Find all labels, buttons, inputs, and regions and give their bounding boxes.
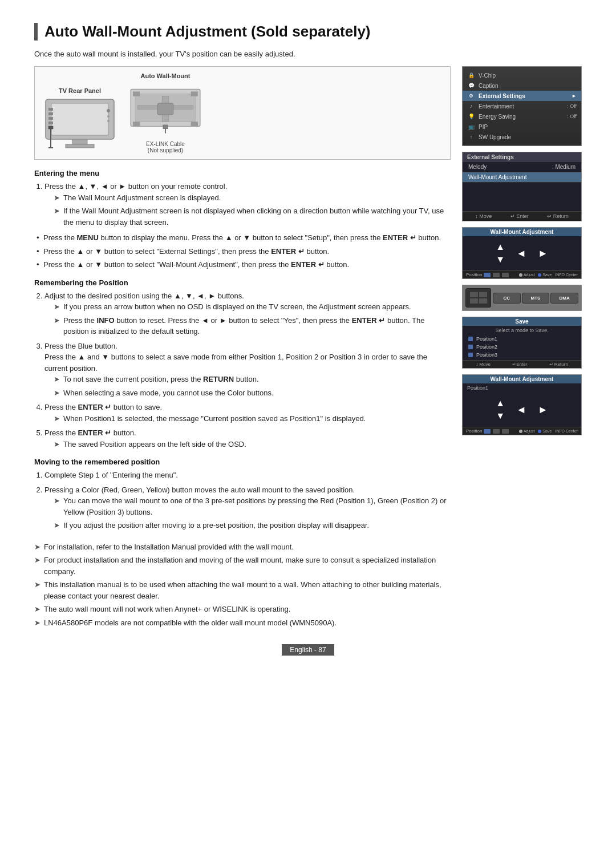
save-dialog-screenshot: Save Select a mode to Save. Position1 Po… [462,317,582,369]
setup-menu-screenshot: 🔒 V-Chip 💬 Caption ⚙ External Settings ►… [462,66,582,146]
entering-menu-bullets: Press the MENU button to display the men… [37,232,451,270]
screenshots-column: 🔒 V-Chip 💬 Caption ⚙ External Settings ►… [462,66,582,630]
step-3-text: Press the Blue button. [44,342,117,350]
page-title: Auto Wall-Mount Adjustment (Sold separat… [44,23,582,41]
step-3-sub-2: ➤ When selecting a save mode, you cannot… [54,387,451,399]
vchip-icon: 🔒 [467,71,475,79]
note-2: ➤ For product installation and the insta… [34,555,451,577]
svg-rect-22 [191,92,198,96]
ext-nav-enter: ↵ Enter [510,213,529,219]
moving-steps: Complete Step 1 of "Entering the menu". … [44,470,451,531]
step-2-text: Adjust to the desired position using the… [44,292,244,300]
step-5-sub-1: ➤ The saved Position appears on the left… [54,439,451,450]
moving-position-heading: Moving to the remembered position [34,458,451,466]
save-nav-move: ↕ Move [476,362,491,367]
svg-rect-10 [66,144,94,148]
svg-rect-5 [48,122,53,124]
pos1-wma-arrows: ▲ ▼ ◄ ► [463,393,581,427]
ext-empty-area [463,183,581,211]
position3-option: Position3 [463,351,581,359]
pos1-left-arrow: ◄ [516,404,526,416]
remote-panel: CC MTS DMA [463,285,581,310]
swupgrade-icon: ↑ [467,133,475,141]
pos1-info-label: INFO Center [555,429,578,433]
step-1: Press the ▲, ▼, ◄ or ► button on your re… [44,181,451,228]
wall-mount-label: Auto Wall-Mount [141,72,191,79]
pos1-adjust-label: Adjust [519,429,534,433]
cc-button: CC [493,293,521,304]
note-5: ➤ LN46A580P6F models are not compatible … [34,617,451,629]
svg-rect-4 [48,117,53,120]
menu-row-pip: 📺 PIP [463,122,581,132]
step-3: Press the Blue button. Press the ▲ and ▼… [44,341,451,399]
step-2-sub-1: ➤ If you press an arrow button when no O… [54,301,451,313]
svg-rect-1 [51,103,108,135]
pos1-dot-1 [484,429,491,434]
pos1-dot-3 [502,429,509,434]
bottom-notes: ➤ For installation, refer to the Install… [34,541,451,629]
wall-mount-panel: Auto Wall-Mount [128,72,202,153]
wma-up-down: ▲ ▼ [496,242,505,265]
setup-menu-display: 🔒 V-Chip 💬 Caption ⚙ External Settings ►… [463,67,581,145]
move-step-1: Complete Step 1 of "Entering the menu". [44,470,451,481]
save-label: Save [538,273,552,277]
pos-dot-3 [502,273,509,277]
svg-rect-2 [48,108,53,111]
pos1-bottom-bar: Position Adjust Save [463,427,581,435]
remote-btn-tl [470,292,478,297]
footer: English - 87 [34,644,582,656]
pos1-label: Position1 [463,383,581,393]
tv-rear-panel: TV Rear Panel [43,87,117,153]
move-step-2: Pressing a Color (Red, Green, Yellow) bu… [44,484,451,531]
step-1-text: Press the ▲, ▼, ◄ or ► button on your re… [44,182,227,191]
remembering-position-heading: Remembering the Position [34,278,451,287]
svg-point-12 [107,115,110,118]
remote-large-btn [465,288,491,308]
pip-icon: 📺 [467,123,475,131]
svg-point-11 [107,109,110,112]
content-column: TV Rear Panel [34,66,451,630]
wma-arrows: ▲ ▼ ◄ ► [463,236,581,270]
pos-dot-1 [484,273,491,277]
step-2-sub-2: ➤ Press the INFO button to reset. Press … [54,315,451,337]
ext-nav-move: ↕ Move [475,213,492,219]
external-settings-screenshot: External Settings Melody : Medium Wall-M… [462,152,582,221]
position1-wma-screenshot: Wall-Mount Adjustment Position1 ▲ ▼ ◄ ► … [462,374,582,435]
menu-row-energy: 💡 Energy Saving : Off [463,111,581,122]
pos-dots [484,273,509,277]
menu-row-vchip: 🔒 V-Chip [463,70,581,80]
note-3: ➤ This installation manual is to be used… [34,579,451,601]
step-4-sub-1: ➤ When Position1 is selected, the messag… [54,413,451,424]
move-step-1-text: Complete Step 1 of "Entering the menu". [44,471,178,479]
remote-btn-tr [479,292,487,297]
move-step-2-text: Pressing a Color (Red, Green, Yellow) bu… [44,486,355,494]
svg-rect-19 [163,125,168,129]
svg-rect-18 [157,103,173,115]
pos1-wma-title: Wall-Mount Adjustment [463,375,581,383]
position-indicator: Position [466,272,509,277]
note-4: ➤ The auto wall mount will not work when… [34,604,451,615]
menu-row-caption: 💬 Caption [463,80,581,91]
pos1-up-down: ▲ ▼ [496,398,505,421]
bullet-1: Press the MENU button to display the men… [37,232,451,244]
wma-bottom-bar: Position Adjust Save [463,270,581,278]
bullet-2: Press the ▲ or ▼ button to select "Exter… [37,246,451,257]
bullet-3: Press the ▲ or ▼ button to select "Wall-… [37,259,451,270]
wma-btn-labels: Adjust Save INFO Center [519,273,578,277]
page-title-bar: Auto Wall-Mount Adjustment (Sold separat… [34,23,582,41]
step-4-text: Press the ENTER ↵ button to save. [44,403,162,411]
wall-mount-adj-screenshot: Wall-Mount Adjustment ▲ ▼ ◄ ► Position [462,227,582,279]
save-nav-return: ↩ Return [549,362,568,367]
entering-menu-steps: Press the ▲, ▼, ◄ or ► button on your re… [44,181,451,228]
remote-dpad [470,292,487,304]
wma-title: Wall-Mount Adjustment [463,228,581,236]
save-nav-bar: ↕ Move ↵Enter ↩ Return [463,360,581,368]
step-4: Press the ENTER ↵ button to save. ➤ When… [44,402,451,424]
svg-rect-9 [72,140,87,144]
remote-top-btns: CC MTS DMA [493,293,578,304]
melody-row: Melody : Medium [463,162,581,172]
caption-icon: 💬 [467,82,475,90]
info-center-label: INFO Center [555,273,578,277]
entertainment-icon: ♪ [467,102,475,110]
wma-right-arrow: ► [538,248,548,260]
